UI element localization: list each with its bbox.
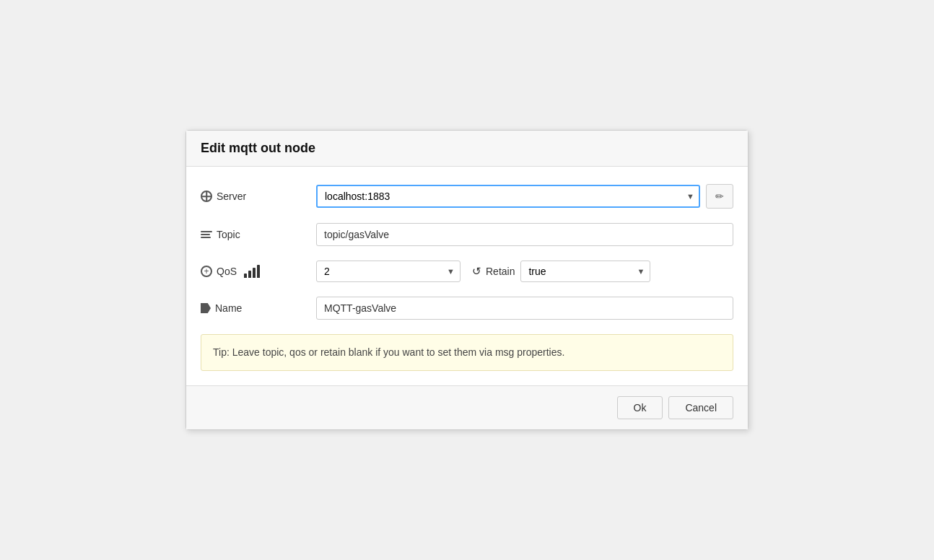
name-input[interactable] — [316, 297, 733, 320]
history-icon: ↺ — [472, 265, 481, 278]
name-controls — [316, 297, 733, 320]
dialog-footer: Ok Cancel — [186, 385, 748, 429]
qos-label: QoS — [201, 265, 316, 278]
qos-retain-controls: 2 1 0 ↺ Retain true false — [316, 261, 733, 282]
globe-icon — [201, 191, 212, 202]
server-controls: localhost:1883 ✏ — [316, 184, 733, 209]
edit-mqtt-dialog: Edit mqtt out node Server localhost:1883… — [186, 130, 748, 430]
name-row: Name — [201, 297, 733, 320]
tag-icon — [201, 303, 211, 313]
crosshair-icon — [201, 266, 212, 277]
retain-select[interactable]: true false — [520, 261, 650, 282]
cancel-button[interactable]: Cancel — [668, 396, 733, 419]
topic-input[interactable] — [316, 223, 733, 246]
name-label: Name — [201, 302, 316, 314]
dialog-title: Edit mqtt out node — [201, 141, 733, 156]
topic-controls — [316, 223, 733, 246]
dialog-body: Server localhost:1883 ✏ Topic — [186, 167, 748, 385]
dialog-header: Edit mqtt out node — [186, 131, 748, 167]
qos-select[interactable]: 2 1 0 — [316, 261, 461, 282]
topic-label: Topic — [201, 229, 316, 240]
server-label: Server — [201, 191, 316, 202]
retain-select-wrapper: true false — [520, 261, 650, 282]
server-select[interactable]: localhost:1883 — [316, 185, 700, 208]
tip-box: Tip: Leave topic, qos or retain blank if… — [201, 334, 733, 371]
bars-icon — [201, 231, 212, 238]
server-edit-button[interactable]: ✏ — [706, 184, 733, 209]
retain-label: ↺ Retain — [472, 265, 515, 278]
server-select-wrapper: localhost:1883 — [316, 185, 700, 208]
topic-row: Topic — [201, 223, 733, 246]
ok-button[interactable]: Ok — [617, 396, 663, 419]
chart-icon — [244, 265, 260, 278]
pencil-icon: ✏ — [715, 191, 724, 202]
qos-select-wrapper: 2 1 0 — [316, 261, 461, 282]
server-row: Server localhost:1883 ✏ — [201, 184, 733, 209]
qos-retain-row: QoS 2 1 0 ↺ Retain — [201, 261, 733, 282]
